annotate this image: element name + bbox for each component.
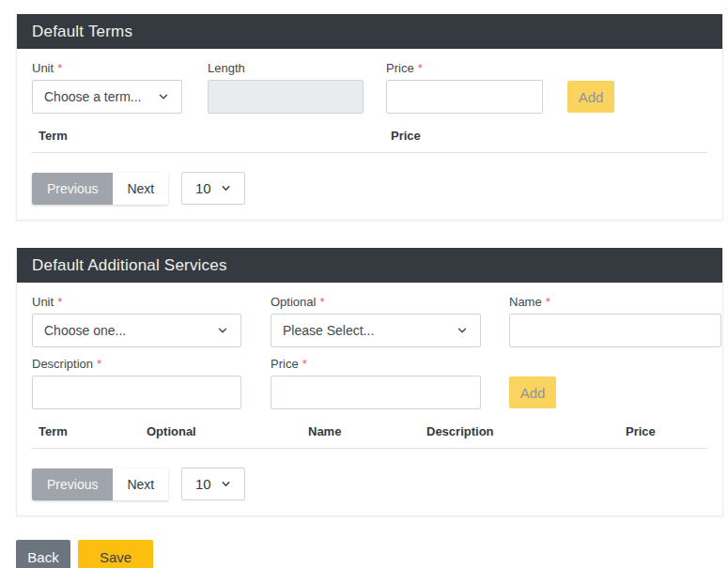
services-table-header: Term Optional Name Description Price [32, 424, 707, 449]
terms-fields-row: Unit* Choose a term... Length Price* [32, 61, 722, 114]
services-price-label: Price* [271, 357, 481, 371]
services-name-field: Name* [509, 295, 721, 347]
additional-services-body: Unit* Choose one... Optional* Please Sel… [17, 283, 722, 515]
terms-unit-label: Unit* [32, 61, 182, 75]
required-asterisk: * [546, 295, 550, 309]
required-asterisk: * [57, 61, 62, 75]
default-terms-body: Unit* Choose a term... Length Price* [17, 49, 722, 220]
services-description-field: Description* [32, 357, 241, 409]
additional-services-header: Default Additional Services [17, 248, 722, 283]
services-description-input[interactable] [32, 376, 241, 409]
services-pagination: Previous Next 10 [32, 468, 722, 500]
terms-column-term: Term [32, 129, 384, 143]
services-optional-field: Optional* Please Select... [271, 295, 481, 347]
services-name-input[interactable] [509, 314, 721, 347]
chevron-down-icon [220, 478, 232, 490]
services-next-button[interactable]: Next [113, 468, 168, 500]
services-column-term: Term [32, 424, 140, 438]
required-asterisk: * [97, 357, 101, 371]
chevron-down-icon [216, 324, 229, 337]
required-asterisk: * [302, 357, 307, 371]
terms-length-label: Length [208, 61, 364, 75]
services-unit-select[interactable]: Choose one... [32, 314, 241, 347]
terms-price-label: Price* [386, 61, 543, 75]
services-fields-row-1: Unit* Choose one... Optional* Please Sel… [32, 295, 722, 347]
services-column-name: Name [302, 424, 420, 438]
services-previous-button[interactable]: Previous [32, 468, 113, 500]
default-terms-header: Default Terms [17, 14, 722, 49]
services-optional-selected-value: Please Select... [283, 323, 374, 338]
services-fields-row-2: Description* Price* Add [32, 357, 722, 409]
required-asterisk: * [418, 61, 423, 75]
additional-services-title: Default Additional Services [32, 256, 227, 275]
services-unit-selected-value: Choose one... [44, 323, 126, 338]
services-pager-group: Previous Next [32, 468, 168, 500]
terms-price-field: Price* [386, 61, 543, 114]
services-add-button[interactable]: Add [509, 376, 556, 408]
terms-page-size-value: 10 [195, 180, 211, 196]
chevron-down-icon [220, 182, 232, 194]
terms-column-price: Price [384, 129, 707, 143]
services-column-description: Description [420, 424, 619, 438]
services-column-optional: Optional [140, 424, 302, 438]
back-button[interactable]: Back [16, 540, 70, 568]
terms-price-input[interactable] [386, 80, 543, 114]
terms-unit-select[interactable]: Choose a term... [32, 80, 182, 114]
services-price-input[interactable] [271, 376, 481, 409]
terms-next-button[interactable]: Next [113, 173, 168, 205]
services-unit-field: Unit* Choose one... [32, 295, 241, 347]
services-page-size-value: 10 [195, 476, 211, 492]
required-asterisk: * [319, 295, 324, 309]
services-optional-select[interactable]: Please Select... [271, 314, 481, 347]
terms-table-header: Term Price [32, 129, 707, 153]
terms-unit-field: Unit* Choose a term... [32, 61, 182, 114]
default-terms-panel: Default Terms Unit* Choose a term... Len… [16, 14, 723, 221]
terms-length-field: Length [208, 61, 364, 114]
services-name-label: Name* [509, 295, 721, 309]
services-price-field: Price* [271, 357, 481, 409]
terms-page-size-select[interactable]: 10 [181, 172, 245, 205]
terms-unit-selected-value: Choose a term... [44, 89, 142, 104]
default-terms-title: Default Terms [32, 23, 132, 41]
chevron-down-icon [456, 324, 469, 337]
services-optional-label: Optional* [271, 295, 481, 309]
default-additional-services-panel: Default Additional Services Unit* Choose… [16, 248, 723, 516]
terms-pagination: Previous Next 10 [32, 172, 722, 205]
chevron-down-icon [157, 90, 170, 103]
terms-length-input [208, 80, 364, 114]
services-description-label: Description* [32, 357, 241, 371]
page: Default Terms Unit* Choose a term... Len… [0, 0, 728, 568]
terms-pager-group: Previous Next [32, 173, 168, 205]
save-button[interactable]: Save [78, 540, 153, 568]
services-column-price: Price [619, 424, 707, 438]
services-page-size-select[interactable]: 10 [181, 468, 245, 500]
terms-previous-button[interactable]: Previous [32, 173, 113, 205]
required-asterisk: * [57, 295, 62, 309]
services-unit-label: Unit* [32, 295, 241, 309]
footer-actions: Back Save [16, 540, 728, 568]
terms-add-button[interactable]: Add [567, 81, 614, 113]
